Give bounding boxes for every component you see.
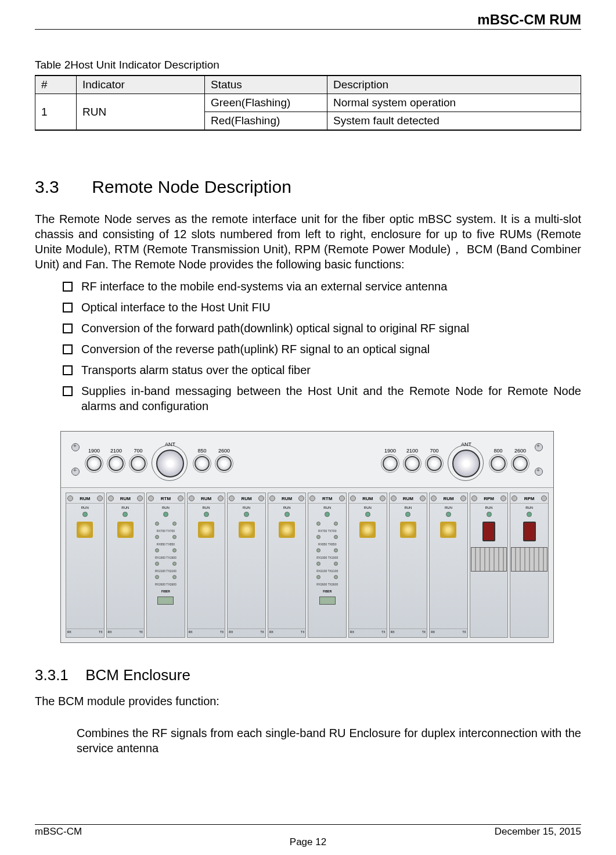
heading-3-3-1-title: BCM Enclosure [85, 666, 190, 684]
rf-connector-icon [405, 456, 420, 471]
conn-label: 2100 [110, 448, 122, 454]
screw-icon [298, 495, 304, 501]
rf-connector-icon [87, 456, 102, 471]
cell-description: Normal system operation [327, 94, 581, 112]
diagram-slot-panel: RUMRUNRXTXRUMRUNRXTXRTMRUNRX700 TX700RX8… [61, 488, 553, 642]
sec33-paragraph: The Remote Node serves as the remote int… [35, 211, 581, 272]
screw-icon [380, 495, 386, 501]
fiber-port-icon [319, 597, 336, 605]
rf-connector-icon [131, 456, 146, 471]
th-status: Status [205, 76, 327, 94]
port-label: RX850 TX850 [148, 543, 183, 546]
table-header-row: # Indicator Status Description [35, 76, 581, 94]
screw-icon [535, 443, 543, 451]
run-label: RUN [364, 506, 372, 509]
breaker-icon [482, 522, 495, 541]
run-label: RUN [162, 506, 170, 509]
run-led-icon [163, 512, 168, 517]
tx-label: TX [422, 630, 426, 634]
slot-label: RUM [362, 496, 373, 501]
rx-label: RX [67, 630, 71, 634]
bullet-item: Supplies in-band messaging between the H… [63, 383, 581, 414]
conn-label: 2600 [514, 448, 526, 454]
rx-label: RX [350, 630, 354, 634]
run-label: RUN [121, 506, 129, 509]
tx-label: TX [261, 630, 264, 634]
rf-connector-icon [217, 456, 232, 471]
slot-rum: RUMRUNRXTX [268, 493, 307, 638]
port-led-icon [172, 535, 176, 539]
screw-icon [471, 495, 477, 501]
page: mBSC-CM RUM Table 2Host Unit Indicator D… [0, 0, 616, 855]
run-led-icon [446, 512, 451, 517]
sec33-bullets: RF interface to the mobile end-systems v… [35, 279, 581, 419]
antenna-connector-icon [452, 450, 480, 477]
slot-body [189, 519, 224, 628]
screw-icon [460, 495, 466, 501]
conn-label: 2100 [406, 448, 418, 454]
cell-description: System fault detected [327, 112, 581, 131]
tx-label: TX [462, 630, 466, 634]
port-label: RX2600 TX2600 [148, 583, 183, 586]
port-led-icon [316, 562, 320, 566]
footer-center: Page 12 [290, 836, 326, 848]
port-label: RX2100 TX2100 [148, 569, 183, 573]
slot-label: RPM [524, 496, 535, 501]
footer-right: December 15, 2015 [495, 826, 581, 838]
port-led-icon [172, 575, 176, 579]
screw-icon [309, 495, 315, 501]
rf-jack-icon [77, 522, 93, 538]
screw-icon [258, 495, 264, 501]
screw-icon [431, 495, 437, 501]
slot-body [350, 519, 386, 628]
run-led-icon [487, 512, 492, 517]
slot-label: RUM [80, 496, 90, 501]
cell-indicator: RUN [77, 94, 205, 131]
port-label: RX850 TX850 [309, 543, 345, 546]
port-led-icon [316, 522, 320, 526]
slot-label: RUM [443, 496, 453, 501]
tx-label: TX [220, 630, 224, 634]
port-led-icon [316, 575, 320, 579]
port-led-icon [334, 535, 338, 539]
slot-rtm: RTMRUNRX700 TX700RX850 TX850RX1900 TX190… [308, 493, 347, 638]
heading-3-3-1: 3.3.1 BCM Enclosure [35, 666, 581, 684]
tx-label: TX [99, 630, 102, 634]
screw-icon [535, 468, 543, 476]
run-led-icon [82, 512, 88, 517]
port-led-icon [316, 535, 320, 539]
slot-rpm: RPMRUN [510, 493, 549, 638]
terminal-strip-icon [471, 547, 507, 572]
run-label: RUN [323, 506, 331, 509]
run-label: RUN [445, 506, 452, 509]
screw-icon [420, 495, 426, 501]
run-label: RUN [283, 506, 291, 509]
rf-jack-icon [239, 522, 255, 538]
port-led-icon [316, 548, 320, 552]
port-label: RX2600 TX2600 [309, 583, 345, 586]
rf-connector-icon [109, 456, 124, 471]
slot-label: RUM [120, 496, 131, 501]
slot-label: RUM [201, 496, 211, 501]
slot-rum: RUMRUNRXTX [227, 493, 266, 638]
run-label: RUN [203, 506, 210, 509]
cell-status: Green(Flashing) [205, 94, 327, 112]
slot-rum: RUMRUNRXTX [389, 493, 428, 638]
sec331-intro: The BCM module provides function: [35, 695, 581, 708]
th-indicator: Indicator [77, 76, 205, 94]
slot-bottom-label: RXTX [188, 628, 225, 635]
rx-label: RX [189, 630, 193, 634]
port-led-icon [155, 535, 159, 539]
rf-connector-icon [513, 456, 528, 471]
screw-icon [71, 443, 80, 451]
screw-icon [541, 495, 547, 501]
slot-label: RTM [322, 496, 332, 501]
screw-icon [269, 495, 275, 501]
port-led-icon [334, 522, 338, 526]
slot-label: RTM [161, 496, 171, 501]
rf-jack-icon [440, 522, 456, 538]
tx-label: TX [381, 630, 385, 634]
port-led-icon [172, 548, 176, 552]
slot-bottom-label: RXTX [228, 628, 265, 635]
diagram-top-panel: 1900 2100 700 ANT 850 2600 1900 2100 700… [61, 432, 553, 488]
